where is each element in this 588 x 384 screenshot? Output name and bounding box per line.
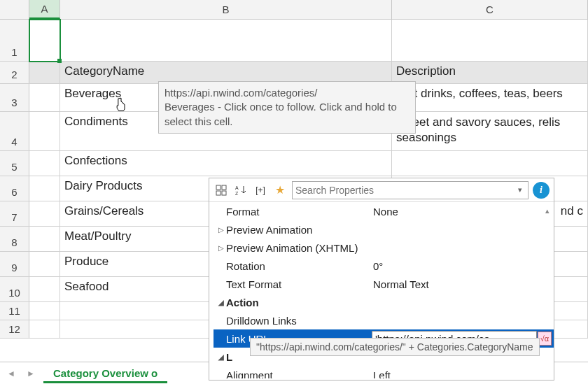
tooltip-text: Beverages - Click once to follow. Click … bbox=[164, 101, 397, 127]
svg-text:Z: Z bbox=[235, 191, 239, 196]
cell[interactable]: Description bbox=[392, 62, 588, 83]
property-row[interactable]: Drilldown Links bbox=[214, 311, 554, 329]
select-all-corner[interactable] bbox=[0, 0, 29, 19]
expander-icon[interactable]: ▷ bbox=[216, 226, 226, 234]
cell[interactable]: CategoryName bbox=[60, 62, 392, 83]
svg-rect-0 bbox=[216, 185, 220, 190]
cell[interactable] bbox=[29, 112, 60, 150]
cell[interactable] bbox=[60, 20, 392, 61]
cell[interactable]: Soft drinks, coffees, teas, beers bbox=[392, 84, 588, 111]
svg-text:A: A bbox=[235, 185, 239, 190]
tab-nav-next-icon[interactable]: ► bbox=[24, 367, 38, 381]
row-header[interactable]: 11 bbox=[0, 302, 29, 320]
favorite-star-icon[interactable]: ★ bbox=[272, 183, 288, 198]
search-input[interactable] bbox=[295, 185, 515, 196]
cell[interactable] bbox=[29, 84, 60, 111]
property-row[interactable]: Alignment Left bbox=[214, 366, 554, 378]
cell[interactable]: Sweet and savory sauces, relis​ seasonin… bbox=[392, 112, 588, 150]
cell[interactable] bbox=[29, 151, 60, 176]
row-header[interactable]: 1 bbox=[0, 20, 29, 61]
properties-toolbar: AZ [+] ★ ▾ i bbox=[209, 178, 554, 202]
property-value: Normal Text bbox=[372, 278, 554, 290]
row-header[interactable]: 5 bbox=[0, 151, 29, 176]
property-label: Preview Animation (XHTML) bbox=[226, 242, 358, 254]
svg-rect-1 bbox=[222, 185, 226, 190]
scroll-up-icon[interactable]: ▴ bbox=[542, 205, 552, 216]
tooltip-url: https://api.nwind.com/categories/ bbox=[164, 87, 317, 99]
property-value: None bbox=[372, 206, 554, 218]
group-label: L bbox=[226, 351, 232, 363]
cell[interactable] bbox=[29, 320, 60, 338]
chevron-down-icon[interactable]: ▾ bbox=[515, 185, 525, 194]
row-header[interactable]: 3 bbox=[0, 84, 29, 111]
property-label: Alignment bbox=[226, 369, 273, 379]
cell[interactable] bbox=[29, 302, 60, 320]
row-header[interactable]: 2 bbox=[0, 62, 29, 83]
expander-icon[interactable]: ◢ bbox=[216, 353, 226, 361]
row-header[interactable]: 12 bbox=[0, 320, 29, 338]
property-row[interactable]: Rotation 0° bbox=[214, 257, 554, 275]
cell[interactable] bbox=[29, 277, 60, 301]
properties-panel: AZ [+] ★ ▾ i ▴ Format None ▷Preview Anim… bbox=[209, 178, 554, 381]
column-header-b[interactable]: B bbox=[60, 0, 392, 19]
row-header[interactable]: 6 bbox=[0, 176, 29, 201]
property-label: Format bbox=[226, 206, 260, 218]
expression-tooltip: "https://api.nwind.com/categories/" + Ca… bbox=[250, 338, 540, 356]
cell[interactable] bbox=[29, 201, 60, 226]
property-row[interactable]: ▷Preview Animation (XHTML) bbox=[214, 239, 554, 257]
cell[interactable]: Confections bbox=[60, 151, 392, 176]
cell[interactable] bbox=[29, 176, 60, 201]
row-header[interactable]: 10 bbox=[0, 277, 29, 301]
cell[interactable] bbox=[29, 227, 60, 251]
property-label: Drilldown Links bbox=[226, 315, 297, 327]
svg-rect-2 bbox=[216, 191, 220, 195]
cell[interactable] bbox=[29, 20, 60, 61]
property-label: Preview Animation bbox=[226, 224, 312, 236]
search-properties-field[interactable]: ▾ bbox=[292, 181, 528, 199]
sort-az-icon[interactable]: AZ bbox=[233, 183, 248, 198]
cell[interactable] bbox=[392, 20, 588, 61]
property-label: Text Format bbox=[226, 278, 281, 290]
info-icon[interactable]: i bbox=[533, 182, 550, 199]
categorized-view-icon[interactable] bbox=[214, 183, 229, 198]
row-header[interactable]: 4 bbox=[0, 112, 29, 150]
svg-rect-3 bbox=[222, 191, 226, 195]
property-row[interactable]: ▷Preview Animation bbox=[214, 220, 554, 239]
group-label: Action bbox=[226, 297, 259, 308]
row-header[interactable]: 8 bbox=[0, 227, 29, 251]
sheet-tab[interactable]: Category Overview o bbox=[43, 364, 167, 383]
formula-icon[interactable]: √α bbox=[538, 332, 552, 346]
column-headers: A B C bbox=[0, 0, 588, 20]
property-value: Left bbox=[372, 369, 554, 379]
hyperlink-tooltip: https://api.nwind.com/categories/ Bevera… bbox=[158, 81, 416, 134]
row-header[interactable]: 9 bbox=[0, 252, 29, 276]
cell[interactable] bbox=[29, 62, 60, 83]
tab-nav-prev-icon[interactable]: ◄ bbox=[4, 367, 18, 381]
property-value: 0° bbox=[372, 260, 554, 272]
column-header-a[interactable]: A bbox=[29, 0, 60, 19]
property-row[interactable]: Text Format Normal Text bbox=[214, 275, 554, 293]
expander-icon[interactable]: ▷ bbox=[216, 244, 226, 252]
cell[interactable] bbox=[29, 252, 60, 276]
row-header[interactable]: 7 bbox=[0, 201, 29, 226]
property-label: Rotation bbox=[226, 260, 265, 272]
column-header-c[interactable]: C bbox=[392, 0, 588, 19]
cell[interactable] bbox=[392, 151, 588, 176]
property-row[interactable]: Format None bbox=[214, 202, 554, 220]
properties-list: ▴ Format None ▷Preview Animation ▷Previe… bbox=[209, 202, 554, 378]
property-group[interactable]: ◢Action bbox=[214, 293, 554, 311]
expand-icon[interactable]: [+] bbox=[253, 183, 268, 198]
expander-icon[interactable]: ◢ bbox=[216, 299, 226, 306]
